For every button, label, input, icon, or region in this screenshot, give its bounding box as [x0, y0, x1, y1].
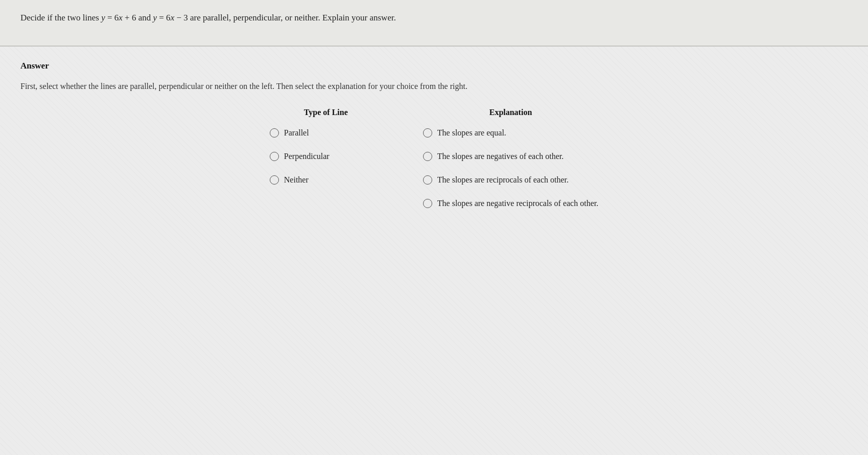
- slopes-negatives-option[interactable]: The slopes are negatives of each other.: [423, 152, 564, 161]
- perpendicular-radio[interactable]: [270, 152, 279, 161]
- explanation-header: Explanation: [423, 108, 598, 117]
- columns-container: Type of Line Parallel Perpendicular Neit…: [20, 108, 848, 222]
- slopes-negatives-radio[interactable]: [423, 152, 432, 161]
- type-of-line-column: Type of Line Parallel Perpendicular Neit…: [270, 108, 382, 222]
- answer-label: Answer: [20, 61, 848, 71]
- answer-section: Answer First, select whether the lines a…: [0, 47, 868, 222]
- question-text: Decide if the two lines y = 6x + 6 and y…: [20, 11, 848, 25]
- slopes-neg-reciprocals-option[interactable]: The slopes are negative reciprocals of e…: [423, 199, 598, 208]
- neither-option[interactable]: Neither: [270, 175, 309, 185]
- perpendicular-option[interactable]: Perpendicular: [270, 152, 330, 161]
- type-of-line-header: Type of Line: [270, 108, 382, 117]
- slopes-neg-reciprocals-radio[interactable]: [423, 199, 432, 208]
- slopes-reciprocals-radio[interactable]: [423, 175, 432, 185]
- perpendicular-label: Perpendicular: [284, 152, 330, 161]
- slopes-equal-option[interactable]: The slopes are equal.: [423, 128, 506, 138]
- slopes-equal-radio[interactable]: [423, 128, 432, 138]
- slopes-reciprocals-label: The slopes are reciprocals of each other…: [437, 175, 569, 185]
- slopes-equal-label: The slopes are equal.: [437, 128, 506, 138]
- neither-label: Neither: [284, 175, 309, 185]
- question-section: Decide if the two lines y = 6x + 6 and y…: [0, 0, 868, 46]
- slopes-reciprocals-option[interactable]: The slopes are reciprocals of each other…: [423, 175, 569, 185]
- neither-radio[interactable]: [270, 175, 279, 185]
- parallel-radio[interactable]: [270, 128, 279, 138]
- slopes-negatives-label: The slopes are negatives of each other.: [437, 152, 564, 161]
- parallel-option[interactable]: Parallel: [270, 128, 309, 138]
- instruction-text: First, select whether the lines are para…: [20, 80, 848, 93]
- slopes-neg-reciprocals-label: The slopes are negative reciprocals of e…: [437, 199, 598, 208]
- parallel-label: Parallel: [284, 128, 309, 138]
- explanation-column: Explanation The slopes are equal. The sl…: [423, 108, 598, 222]
- page-container: Decide if the two lines y = 6x + 6 and y…: [0, 0, 868, 455]
